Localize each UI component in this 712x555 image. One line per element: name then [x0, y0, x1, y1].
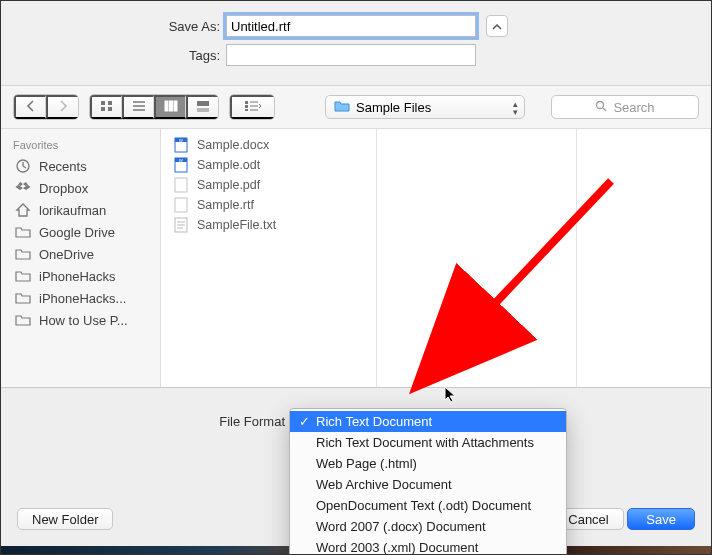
folder-name: Sample Files: [356, 100, 431, 115]
doc-word-icon: W: [173, 137, 189, 153]
file-format-option[interactable]: Web Page (.html): [290, 453, 566, 474]
file-item[interactable]: WSample.odt: [161, 155, 376, 175]
file-name-label: SampleFile.txt: [197, 218, 276, 232]
updown-icon: ▴▾: [513, 100, 518, 116]
file-format-option-label: Rich Text Document: [316, 414, 432, 429]
forward-button[interactable]: [46, 95, 78, 119]
chevron-up-icon: [492, 19, 502, 34]
sidebar-item-label: iPhoneHacks...: [39, 291, 126, 306]
file-format-option-label: Web Archive Document: [316, 477, 452, 492]
sidebar-item-label: Dropbox: [39, 181, 88, 196]
folder-icon: [15, 312, 31, 328]
file-item[interactable]: WSample.docx: [161, 135, 376, 155]
column-view-button[interactable]: [154, 95, 186, 119]
file-name-label: Sample.odt: [197, 158, 260, 172]
file-column: WSample.docxWSample.odtSample.pdfSample.…: [161, 129, 377, 387]
doc-generic-icon: [173, 177, 189, 193]
file-format-dropdown[interactable]: ✓Rich Text DocumentRich Text Document wi…: [289, 408, 567, 555]
svg-rect-2: [101, 107, 105, 111]
folder-icon: [15, 290, 31, 306]
bottom-panel: File Format ✓Rich Text DocumentRich Text…: [1, 387, 711, 555]
file-name-label: Sample.docx: [197, 138, 269, 152]
sidebar-item-label: Recents: [39, 159, 87, 174]
file-format-option-label: OpenDocument Text (.odt) Document: [316, 498, 531, 513]
clock-icon: [15, 158, 31, 174]
coverflow-view-button[interactable]: [186, 95, 218, 119]
file-item[interactable]: Sample.rtf: [161, 195, 376, 215]
file-format-option[interactable]: Web Archive Document: [290, 474, 566, 495]
view-mode-group: [89, 94, 219, 120]
chevron-right-icon: [58, 100, 68, 115]
folder-icon: [15, 268, 31, 284]
file-format-option[interactable]: Word 2007 (.docx) Document: [290, 516, 566, 537]
save-as-input[interactable]: [226, 15, 476, 37]
folder-icon: [15, 224, 31, 240]
chevron-left-icon: [26, 100, 36, 115]
arrange-icon: [244, 100, 262, 115]
file-item[interactable]: Sample.pdf: [161, 175, 376, 195]
file-format-label: File Format: [1, 410, 289, 429]
svg-rect-29: [175, 198, 187, 212]
sidebar-item[interactable]: Google Drive: [1, 221, 160, 243]
file-format-option-label: Web Page (.html): [316, 456, 417, 471]
save-form: Save As: Tags:: [1, 1, 711, 86]
sidebar-item[interactable]: Recents: [1, 155, 160, 177]
tags-label: Tags:: [1, 48, 226, 63]
sidebar: Favorites RecentsDropboxlorikaufmanGoogl…: [1, 129, 161, 387]
file-name-label: Sample.rtf: [197, 198, 254, 212]
list-view-button[interactable]: [122, 95, 154, 119]
doc-txt-icon: [173, 217, 189, 233]
folder-icon: [15, 246, 31, 262]
sidebar-item[interactable]: iPhoneHacks...: [1, 287, 160, 309]
icon-view-button[interactable]: [90, 95, 122, 119]
svg-rect-7: [165, 101, 168, 111]
search-field[interactable]: Search: [551, 95, 699, 119]
sidebar-item-label: Google Drive: [39, 225, 115, 240]
grid-icon: [100, 100, 114, 115]
tags-input[interactable]: [226, 44, 476, 66]
svg-text:W: W: [179, 138, 183, 143]
sidebar-item[interactable]: Dropbox: [1, 177, 160, 199]
folder-popup[interactable]: Sample Files ▴▾: [325, 95, 525, 119]
columns-icon: [164, 100, 178, 115]
file-item[interactable]: SampleFile.txt: [161, 215, 376, 235]
folder-icon: [334, 100, 350, 115]
svg-point-19: [597, 101, 604, 108]
browser-toolbar: Sample Files ▴▾ Search: [1, 86, 711, 129]
arrange-button[interactable]: [230, 95, 274, 119]
file-format-option[interactable]: ✓Rich Text Document: [290, 411, 566, 432]
file-format-option-label: Word 2007 (.docx) Document: [316, 519, 486, 534]
new-folder-button[interactable]: New Folder: [17, 508, 113, 530]
coverflow-icon: [196, 100, 210, 115]
file-column-2: [377, 129, 577, 387]
svg-rect-13: [245, 101, 248, 104]
file-format-option[interactable]: OpenDocument Text (.odt) Document: [290, 495, 566, 516]
doc-generic-icon: [173, 197, 189, 213]
file-format-option[interactable]: Rich Text Document with Attachments: [290, 432, 566, 453]
arrange-group: [229, 94, 275, 120]
check-icon: ✓: [298, 414, 310, 429]
file-browser: Favorites RecentsDropboxlorikaufmanGoogl…: [1, 129, 711, 387]
svg-rect-10: [197, 101, 209, 106]
preview-column: [577, 129, 711, 387]
file-format-option[interactable]: Word 2003 (.xml) Document: [290, 537, 566, 555]
save-button[interactable]: Save: [627, 508, 695, 530]
file-format-option-label: Word 2003 (.xml) Document: [316, 540, 478, 555]
sidebar-item-label: How to Use P...: [39, 313, 128, 328]
svg-rect-15: [245, 109, 248, 111]
back-button[interactable]: [14, 95, 46, 119]
svg-line-20: [603, 108, 606, 111]
svg-rect-28: [175, 178, 187, 192]
sidebar-item[interactable]: How to Use P...: [1, 309, 160, 331]
sidebar-item-label: OneDrive: [39, 247, 94, 262]
svg-rect-1: [108, 101, 112, 105]
sidebar-item[interactable]: iPhoneHacks: [1, 265, 160, 287]
svg-rect-3: [108, 107, 112, 111]
collapse-button[interactable]: [486, 15, 508, 37]
nav-group: [13, 94, 79, 120]
sidebar-item[interactable]: lorikaufman: [1, 199, 160, 221]
search-icon: [595, 100, 607, 115]
doc-word-icon: W: [173, 157, 189, 173]
dropbox-icon: [15, 180, 31, 196]
sidebar-item[interactable]: OneDrive: [1, 243, 160, 265]
